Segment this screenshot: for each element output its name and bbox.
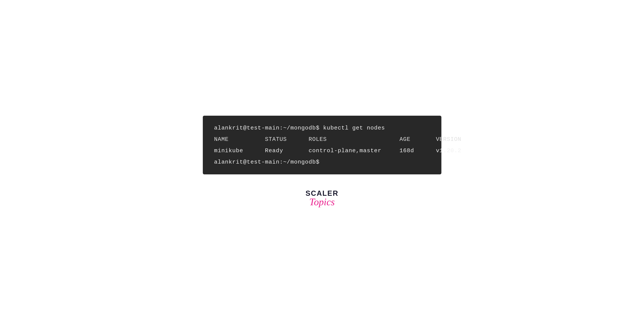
logo-container: SCALER Topics	[306, 190, 338, 208]
terminal-prompt-line: alankrit@test-main:~/mongodb$	[214, 159, 430, 165]
terminal-wrapper: alankrit@test-main:~/mongodb$ kubectl ge…	[203, 116, 442, 174]
logo-topics-text: Topics	[310, 196, 335, 207]
terminal-header-row: NAME STATUS ROLES AGE VERSION	[214, 136, 430, 142]
terminal-data-row: minikube Ready control-plane,master 168d…	[214, 148, 430, 154]
logo-scaler-text: SCALER	[306, 190, 338, 198]
terminal-window: alankrit@test-main:~/mongodb$ kubectl ge…	[203, 116, 442, 174]
terminal-command-line: alankrit@test-main:~/mongodb$ kubectl ge…	[214, 125, 430, 131]
